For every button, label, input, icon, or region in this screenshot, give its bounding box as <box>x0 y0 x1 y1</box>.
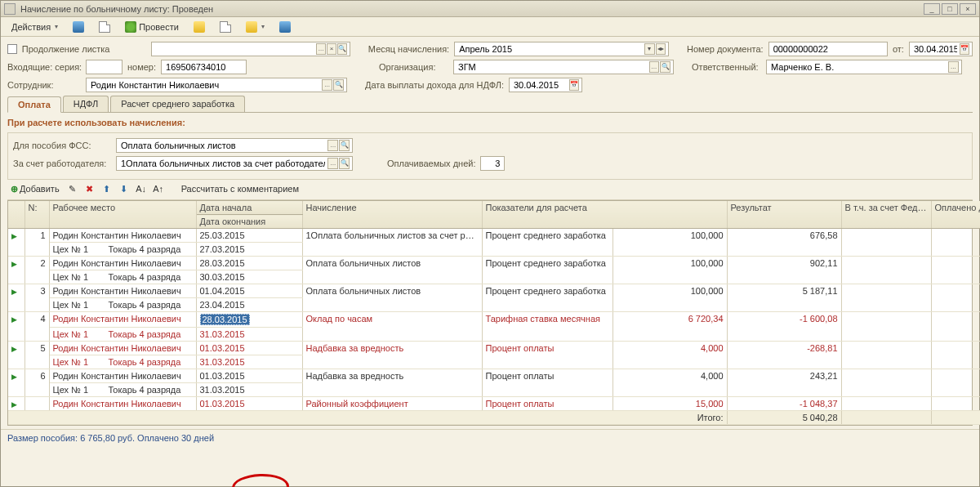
minimize-button[interactable]: _ <box>924 3 940 15</box>
col-pok[interactable]: Показатели для расчета <box>482 201 727 229</box>
app-icon <box>4 3 16 15</box>
actions-menu[interactable]: Действия <box>6 20 64 34</box>
month-label: Месяц начисления: <box>368 44 449 54</box>
down-icon[interactable]: ⬇ <box>117 181 131 196</box>
col-date-start[interactable]: Дата начала <box>196 201 302 215</box>
delete-icon[interactable]: ✖ <box>82 181 97 196</box>
tb-info-icon[interactable] <box>274 19 296 35</box>
up-icon[interactable]: ⬆ <box>100 181 114 196</box>
unknown-field-1[interactable]: ...×🔍 <box>151 42 350 56</box>
responsible-label: Ответственный: <box>692 62 761 72</box>
add-button[interactable]: ⊕Добавить <box>7 183 63 195</box>
employee-field[interactable]: ...🔍 <box>86 78 347 92</box>
close-button[interactable]: × <box>960 3 976 15</box>
grid[interactable]: N: Рабочее место Дата начала Начисление … <box>7 200 973 426</box>
col-fed[interactable]: В т.ч. за счет Федерального ... <box>841 201 931 229</box>
ot-label: от: <box>893 44 904 54</box>
col-wp[interactable]: Рабочее место <box>49 201 196 229</box>
month-field[interactable]: ▾◂▸ <box>454 42 669 56</box>
tb-sheet-icon[interactable] <box>214 19 237 35</box>
tab-calc[interactable]: Расчет среднего заработка <box>110 96 245 112</box>
doc-num-field[interactable] <box>768 42 888 56</box>
annotation-circle <box>231 473 289 487</box>
edit-icon[interactable]: ✎ <box>65 181 80 196</box>
emp-account-field[interactable]: ...🔍 <box>116 156 353 171</box>
main-toolbar: Действия Провести <box>1 17 979 37</box>
number-label: номер: <box>127 62 156 72</box>
tb-doc-icon[interactable] <box>93 19 116 35</box>
tb-save-icon[interactable] <box>67 19 90 35</box>
org-label: Организация: <box>379 62 448 72</box>
window-title: Начисление по больничному листу: Проведе… <box>20 4 213 14</box>
ot-field[interactable]: 📅 <box>909 42 973 56</box>
paid-days-field[interactable] <box>480 156 505 171</box>
tb-struct-icon[interactable] <box>188 19 211 35</box>
footer-summary: Размер пособия: 6 765,80 руб. Оплачено 3… <box>1 429 979 446</box>
emp-account-label: За счет работодателя: <box>13 159 111 168</box>
col-res[interactable]: Результат <box>727 201 841 229</box>
sort-desc-icon[interactable]: A↑ <box>151 181 166 196</box>
provesti-button[interactable]: Провести <box>119 19 185 35</box>
employee-label: Сотрудник: <box>7 80 81 90</box>
col-days[interactable]: Оплачено дней/часов <box>931 201 980 229</box>
tb-report-icon[interactable] <box>240 19 270 35</box>
sort-asc-icon[interactable]: A↓ <box>134 181 149 196</box>
col-n[interactable]: N: <box>24 201 49 229</box>
org-field[interactable]: ...🔍 <box>453 60 674 74</box>
tabs: Оплата НДФЛ Расчет среднего заработка <box>7 96 973 113</box>
fss-label: Для пособия ФСС: <box>13 141 111 150</box>
responsible-field[interactable]: ... <box>766 60 962 74</box>
incoming-label: Входящие: серия: <box>7 62 81 72</box>
col-nach[interactable]: Начисление <box>302 201 482 229</box>
number-field[interactable] <box>161 60 247 74</box>
date-pay-label: Дата выплаты дохода для НДФЛ: <box>365 80 504 90</box>
col-date-end[interactable]: Дата окончания <box>196 215 302 229</box>
calc-comment-button[interactable]: Рассчитать с комментарием <box>176 181 305 196</box>
doc-num-label: Номер документа: <box>687 44 764 54</box>
section-title: При расчете использовать начисления: <box>7 118 973 127</box>
continuation-checkbox[interactable] <box>7 44 17 54</box>
paid-days-label: Оплачиваемых дней: <box>387 159 475 168</box>
tab-oplata[interactable]: Оплата <box>7 96 61 113</box>
title-bar: Начисление по больничному листу: Проведе… <box>1 1 979 17</box>
series-field[interactable] <box>86 60 122 74</box>
maximize-button[interactable]: □ <box>942 3 958 15</box>
tab-ndfl[interactable]: НДФЛ <box>63 96 109 112</box>
fss-field[interactable]: ...🔍 <box>116 138 353 153</box>
date-pay-field[interactable]: 📅 <box>509 78 582 92</box>
continuation-label: Продолжение листка <box>22 44 110 54</box>
